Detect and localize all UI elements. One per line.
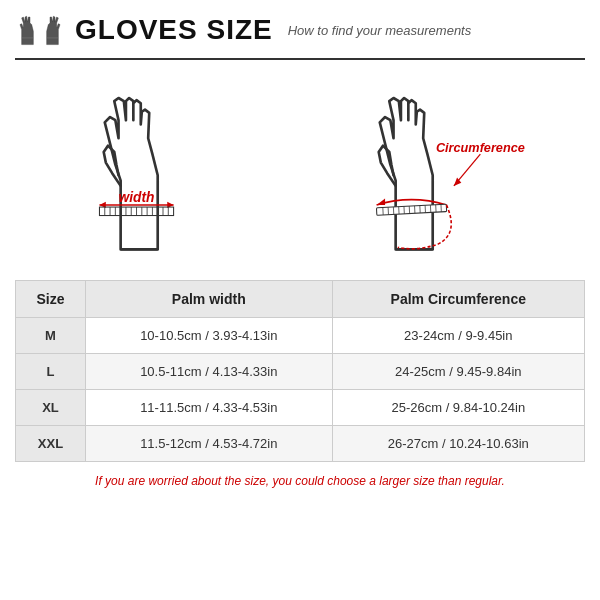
header: GLOVES SIZE How to find your measurement…	[15, 10, 585, 60]
svg-text:width: width	[118, 190, 154, 205]
cell-size: M	[16, 318, 86, 354]
illustration-area: width	[15, 70, 585, 275]
cell-circumference: 26-27cm / 10.24-10.63in	[332, 426, 584, 462]
page-container: GLOVES SIZE How to find your measurement…	[0, 0, 600, 600]
cell-size: L	[16, 354, 86, 390]
cell-circumference: 25-26cm / 9.84-10.24in	[332, 390, 584, 426]
cell-size: XXL	[16, 426, 86, 462]
gloves-icon	[15, 10, 65, 50]
footer-note: If you are worried about the size, you c…	[15, 474, 585, 488]
header-subtitle: How to find your measurements	[288, 23, 472, 38]
cell-width: 10-10.5cm / 3.93-4.13in	[86, 318, 333, 354]
size-table: Size Palm width Palm Circumference M10-1…	[15, 280, 585, 462]
header-circumference: Palm Circumference	[332, 281, 584, 318]
circumference-hand-svg: Circumference	[328, 80, 548, 260]
table-row: XL11-11.5cm / 4.33-4.53in25-26cm / 9.84-…	[16, 390, 585, 426]
cell-width: 11.5-12cm / 4.53-4.72in	[86, 426, 333, 462]
width-hand-svg: width	[53, 80, 273, 260]
cell-size: XL	[16, 390, 86, 426]
table-row: L10.5-11cm / 4.13-4.33in24-25cm / 9.45-9…	[16, 354, 585, 390]
cell-circumference: 23-24cm / 9-9.45in	[332, 318, 584, 354]
cell-width: 10.5-11cm / 4.13-4.33in	[86, 354, 333, 390]
page-title: GLOVES SIZE	[75, 14, 273, 46]
cell-circumference: 24-25cm / 9.45-9.84in	[332, 354, 584, 390]
table-row: XXL11.5-12cm / 4.53-4.72in26-27cm / 10.2…	[16, 426, 585, 462]
circumference-hand-section: Circumference	[328, 80, 548, 260]
width-hand-section: width	[53, 80, 273, 260]
table-header-row: Size Palm width Palm Circumference	[16, 281, 585, 318]
header-size: Size	[16, 281, 86, 318]
svg-text:Circumference: Circumference	[435, 141, 524, 155]
header-palm-width: Palm width	[86, 281, 333, 318]
table-row: M10-10.5cm / 3.93-4.13in23-24cm / 9-9.45…	[16, 318, 585, 354]
cell-width: 11-11.5cm / 4.33-4.53in	[86, 390, 333, 426]
